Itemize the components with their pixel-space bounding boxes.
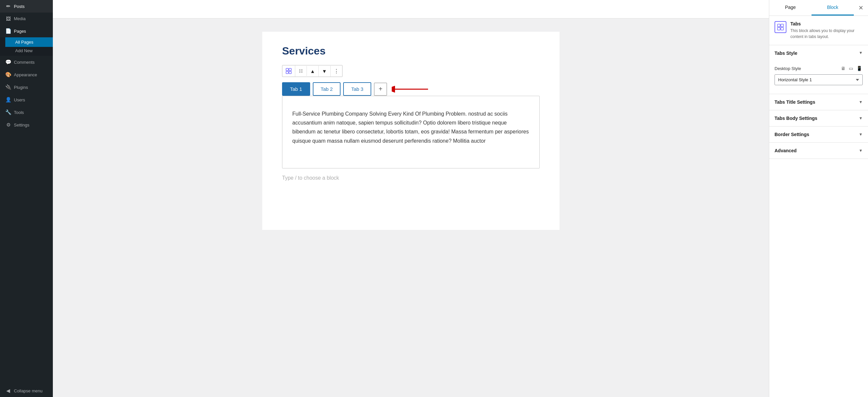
arrow-annotation	[392, 84, 431, 94]
desktop-style-label: Desktop Style 🖥 ▭ 📱	[775, 65, 863, 72]
tab-button-2[interactable]: Tab 2	[313, 82, 341, 96]
tabs-navigation: Tab 1 Tab 2 Tab 3 +	[282, 82, 540, 96]
accordion-border-header[interactable]: Border Settings ▼	[769, 126, 868, 142]
accordion-tabs-body: Tabs Body Settings ▼	[769, 110, 868, 126]
appearance-icon: 🎨	[5, 72, 11, 78]
tablet-icon[interactable]: ▭	[848, 65, 854, 72]
accordion-tabs-style-body: Desktop Style 🖥 ▭ 📱 Horizontal Style 1 H…	[769, 61, 868, 94]
editor-canvas: Services	[262, 32, 559, 230]
sidebar-item-comments[interactable]: 💬 Comments	[0, 56, 53, 68]
block-info: Tabs This block allows you to display yo…	[769, 16, 868, 45]
tab-button-1[interactable]: Tab 1	[282, 82, 310, 96]
block-description: This block allows you to display your co…	[790, 28, 863, 40]
tabs-content-area: Full-Service Plumbing Company Solving Ev…	[282, 96, 540, 169]
tab-button-3[interactable]: Tab 3	[343, 82, 371, 96]
sidebar-item-posts[interactable]: ✏ Posts	[0, 0, 53, 12]
users-icon: 👤	[5, 97, 11, 103]
panel-tab-block[interactable]: Block	[811, 0, 854, 16]
block-placeholder[interactable]: Type / to choose a block	[282, 169, 540, 188]
collapse-menu-section: ◀ Collapse menu	[0, 385, 53, 397]
pages-submenu: All Pages Add New	[0, 37, 53, 56]
pages-icon: 📄	[5, 28, 11, 34]
desktop-style-row: Desktop Style 🖥 ▭ 📱 Horizontal Style 1 H…	[775, 65, 863, 85]
sidebar-item-media[interactable]: 🖼 Media	[0, 12, 53, 25]
accordion-tabs-style: Tabs Style ▲ Desktop Style 🖥 ▭ 📱 Horizon…	[769, 45, 868, 94]
plugins-icon: 🔌	[5, 84, 11, 90]
move-down-button[interactable]: ▼	[319, 66, 331, 77]
panel-tabs: Page Block ✕	[769, 0, 868, 16]
device-icons: 🖥 ▭ 📱	[840, 65, 863, 72]
block-name: Tabs	[790, 21, 863, 26]
collapse-icon: ◀	[5, 388, 11, 394]
accordion-tabs-body-header[interactable]: Tabs Body Settings ▼	[769, 110, 868, 126]
add-tab-button[interactable]: +	[374, 83, 387, 96]
accordion-tabs-title-header[interactable]: Tabs Title Settings ▼	[769, 94, 868, 110]
accordion-tabs-style-header[interactable]: Tabs Style ▲	[769, 45, 868, 61]
comments-icon: 💬	[5, 59, 11, 65]
desktop-icon[interactable]: 🖥	[840, 65, 846, 72]
media-icon: 🖼	[5, 16, 11, 22]
posts-icon: ✏	[5, 3, 11, 9]
block-toolbar: ▲ ▼ ⋮	[282, 65, 342, 77]
tabs-title-chevron: ▼	[859, 100, 863, 104]
svg-rect-3	[289, 71, 291, 74]
tabs-style-chevron: ▲	[859, 51, 863, 56]
tools-icon: 🔧	[5, 109, 11, 115]
sidebar-item-appearance[interactable]: 🎨 Appearance	[0, 68, 53, 81]
svg-point-5	[302, 69, 302, 70]
drag-handle-button[interactable]	[295, 66, 307, 76]
main-area: Services	[53, 0, 769, 397]
sidebar-item-pages[interactable]: 📄 Pages	[0, 25, 53, 37]
tabs-body-chevron: ▼	[859, 116, 863, 121]
svg-point-4	[300, 69, 300, 70]
border-chevron: ▼	[859, 132, 863, 137]
advanced-chevron: ▼	[859, 148, 863, 153]
block-info-text: Tabs This block allows you to display yo…	[790, 21, 863, 40]
accordion-advanced-header[interactable]: Advanced ▼	[769, 143, 868, 158]
top-bar	[53, 0, 769, 19]
move-up-button[interactable]: ▲	[307, 66, 319, 77]
editor-area: Services	[53, 19, 769, 397]
sidebar-item-all-pages[interactable]: All Pages	[5, 37, 53, 47]
mobile-icon[interactable]: 📱	[856, 65, 863, 72]
svg-point-9	[302, 72, 302, 73]
settings-icon: ⚙	[5, 122, 11, 128]
svg-rect-0	[286, 68, 288, 71]
page-title: Services	[282, 45, 540, 57]
tab-body-text: Full-Service Plumbing Company Solving Ev…	[292, 109, 529, 145]
svg-rect-15	[781, 27, 783, 30]
sidebar-item-collapse[interactable]: ◀ Collapse menu	[0, 385, 53, 397]
panel-tab-page[interactable]: Page	[769, 0, 811, 16]
svg-rect-2	[286, 71, 288, 74]
accordion-tabs-title: Tabs Title Settings ▼	[769, 94, 868, 110]
svg-point-7	[302, 71, 302, 71]
svg-point-8	[300, 72, 300, 73]
svg-rect-14	[777, 27, 780, 30]
block-icon-button[interactable]	[282, 65, 295, 77]
sidebar-item-tools[interactable]: 🔧 Tools	[0, 106, 53, 119]
sidebar-item-users[interactable]: 👤 Users	[0, 93, 53, 106]
sidebar-item-settings[interactable]: ⚙ Settings	[0, 119, 53, 131]
svg-point-6	[300, 71, 300, 71]
accordion-border: Border Settings ▼	[769, 126, 868, 143]
svg-rect-12	[777, 24, 780, 27]
more-options-button[interactable]: ⋮	[331, 65, 342, 77]
right-panel: Page Block ✕ Tabs This block allows you …	[769, 0, 868, 397]
desktop-style-select[interactable]: Horizontal Style 1 Horizontal Style 2 Ve…	[775, 74, 863, 85]
svg-rect-13	[781, 24, 783, 27]
svg-rect-1	[289, 68, 291, 71]
panel-close-button[interactable]: ✕	[854, 0, 868, 16]
block-icon	[775, 21, 786, 33]
sidebar: ✏ Posts 🖼 Media 📄 Pages All Pages Add Ne…	[0, 0, 53, 397]
sidebar-item-plugins[interactable]: 🔌 Plugins	[0, 81, 53, 93]
sidebar-item-add-new[interactable]: Add New	[5, 47, 53, 56]
accordion-advanced: Advanced ▼	[769, 143, 868, 159]
